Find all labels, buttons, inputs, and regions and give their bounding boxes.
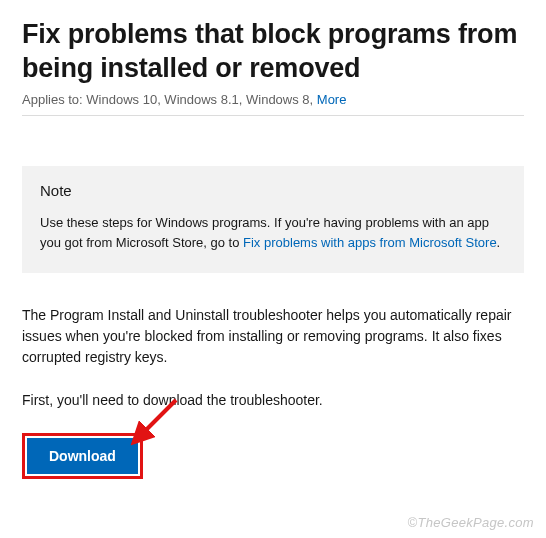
download-highlight-frame: Download xyxy=(22,433,143,479)
description-paragraph: The Program Install and Uninstall troubl… xyxy=(22,305,524,368)
note-heading: Note xyxy=(40,182,506,199)
note-box: Note Use these steps for Windows program… xyxy=(22,166,524,273)
watermark: ©TheGeekPage.com xyxy=(408,515,534,530)
note-body: Use these steps for Windows programs. If… xyxy=(40,213,506,253)
applies-list: Windows 10, Windows 8.1, Windows 8, xyxy=(86,92,316,107)
download-button[interactable]: Download xyxy=(27,438,138,474)
page-title: Fix problems that block programs from be… xyxy=(22,18,524,86)
applies-to-row: Applies to: Windows 10, Windows 8.1, Win… xyxy=(22,92,524,116)
note-body-after: . xyxy=(497,235,501,250)
note-store-link[interactable]: Fix problems with apps from Microsoft St… xyxy=(243,235,497,250)
instruction-paragraph: First, you'll need to download the troub… xyxy=(22,390,524,411)
applies-prefix: Applies to: xyxy=(22,92,86,107)
applies-more-link[interactable]: More xyxy=(317,92,347,107)
